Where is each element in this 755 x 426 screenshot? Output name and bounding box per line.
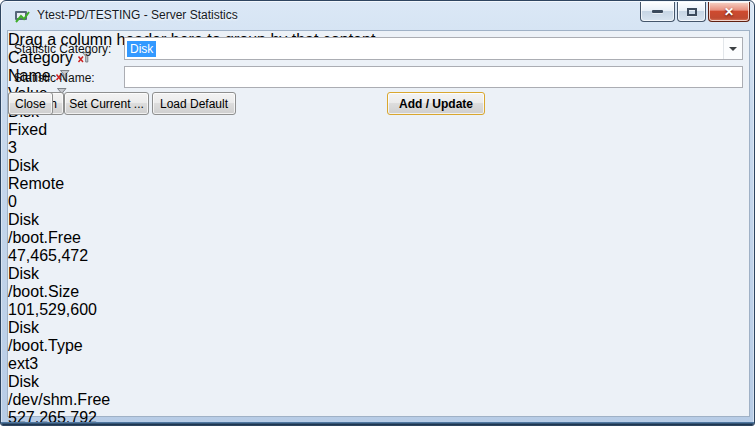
cell-value: 47,465,472 [8, 247, 749, 265]
titlebar[interactable]: Ytest-PD/TESTING - Server Statistics ✕ [1, 1, 754, 30]
app-icon [14, 8, 30, 24]
close-window-button[interactable]: ✕ [708, 2, 750, 22]
statistic-category-combobox[interactable]: Disk [124, 37, 743, 60]
maximize-icon [687, 8, 697, 16]
statistic-name-label: Statistic Name: [14, 71, 95, 85]
cell-name: Fixed [8, 121, 749, 139]
cell-name: /boot.Free [8, 229, 749, 247]
combobox-dropdown-button[interactable] [723, 38, 742, 59]
statistic-category-label: Statistic Category: [14, 42, 111, 56]
cell-value: 101,529,600 [8, 301, 749, 319]
cell-value: 0 [8, 193, 749, 211]
server-statistics-dialog: Ytest-PD/TESTING - Server Statistics ✕ S… [0, 0, 755, 426]
maximize-button[interactable] [677, 2, 706, 22]
minimize-icon [652, 10, 663, 13]
cell-name: Remote [8, 175, 749, 193]
dialog-body: Statistic Category: Disk Statistic Name:… [7, 30, 750, 417]
cell-category: Disk [8, 157, 749, 175]
cell-value: 527,265,792 [8, 409, 749, 426]
table-row[interactable]: Disk/dev/shm.Free527,265,792 [8, 373, 749, 426]
set-current-button[interactable]: Set Current ... [64, 92, 149, 115]
cell-name: /boot.Type [8, 337, 749, 355]
chevron-down-icon [729, 47, 737, 51]
cell-category: Disk [8, 265, 749, 283]
table-row[interactable]: Disk/boot.Free47,465,472 [8, 211, 749, 265]
table-row[interactable]: Disk/boot.Typeext3 [8, 319, 749, 373]
cell-name: /dev/shm.Free [8, 391, 749, 409]
minimize-button[interactable] [640, 2, 675, 22]
table-row[interactable]: DiskRemote0 [8, 157, 749, 211]
window-title: Ytest-PD/TESTING - Server Statistics [37, 8, 238, 22]
load-default-button[interactable]: Load Default [152, 92, 236, 115]
table-body: DiskFixed3DiskRemote0Disk/boot.Free47,46… [8, 103, 749, 426]
add-update-button[interactable]: Add / Update [387, 92, 485, 115]
window-controls: ✕ [640, 2, 750, 22]
cell-name: /boot.Size [8, 283, 749, 301]
cell-category: Disk [8, 211, 749, 229]
cell-value: 3 [8, 139, 749, 157]
cell-value: ext3 [8, 355, 749, 373]
statistic-name-input[interactable] [124, 66, 743, 88]
statistic-category-value: Disk [127, 41, 156, 57]
cell-category: Disk [8, 373, 749, 391]
close-icon: ✕ [724, 6, 734, 18]
table-row[interactable]: Disk/boot.Size101,529,600 [8, 265, 749, 319]
close-button[interactable]: Close [8, 92, 53, 115]
cell-category: Disk [8, 319, 749, 337]
